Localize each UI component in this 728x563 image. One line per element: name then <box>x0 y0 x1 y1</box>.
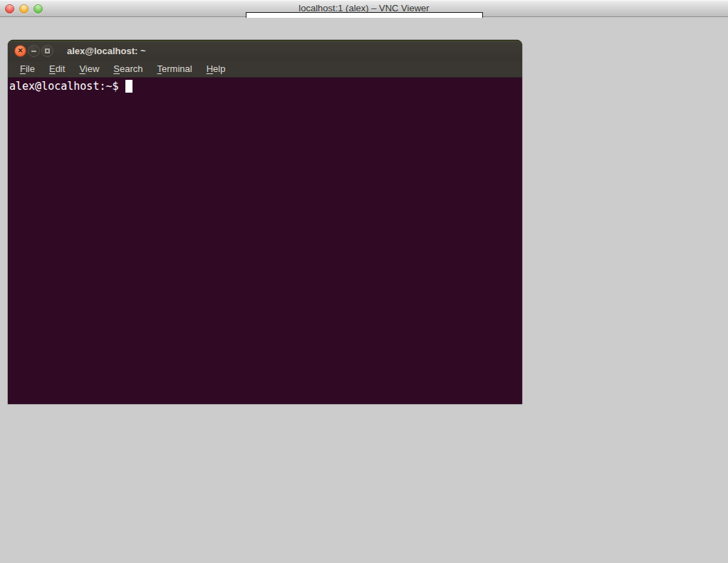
menu-item-file[interactable]: File <box>13 62 42 76</box>
terminal-viewport[interactable]: alex@localhost:~$ <box>8 78 522 404</box>
remote-desktop: ✕ alex@localhost: ~ FileEditViewSearchTe… <box>0 18 728 563</box>
close-icon: ✕ <box>18 48 24 54</box>
terminal-window: ✕ alex@localhost: ~ FileEditViewSearchTe… <box>8 40 522 404</box>
vnc-titlebar[interactable]: localhost:1 (alex) – VNC Viewer <box>0 0 728 17</box>
terminal-menubar: FileEditViewSearchTerminalHelp <box>8 61 522 78</box>
menu-item-view[interactable]: View <box>72 62 106 76</box>
vnc-toolbar-tab[interactable] <box>246 12 483 18</box>
maximize-icon <box>45 48 50 53</box>
menu-item-search[interactable]: Search <box>106 62 150 76</box>
menu-item-help[interactable]: Help <box>199 62 233 76</box>
terminal-window-title: alex@localhost: ~ <box>67 46 146 56</box>
terminal-cursor <box>125 80 132 93</box>
minimize-button[interactable] <box>28 45 40 57</box>
close-button[interactable]: ✕ <box>14 45 26 57</box>
vnc-viewer-window: { "vnc_window": { "title": "localhost:1 … <box>0 0 728 563</box>
menu-item-terminal[interactable]: Terminal <box>150 62 199 76</box>
menu-item-edit[interactable]: Edit <box>42 62 72 76</box>
prompt-line: alex@localhost:~$ <box>9 80 522 93</box>
maximize-button[interactable] <box>41 45 53 57</box>
terminal-titlebar[interactable]: ✕ alex@localhost: ~ <box>8 40 522 61</box>
terminal-window-buttons: ✕ <box>14 45 53 57</box>
shell-prompt: alex@localhost:~$ <box>9 80 125 93</box>
minimize-icon <box>31 51 36 52</box>
